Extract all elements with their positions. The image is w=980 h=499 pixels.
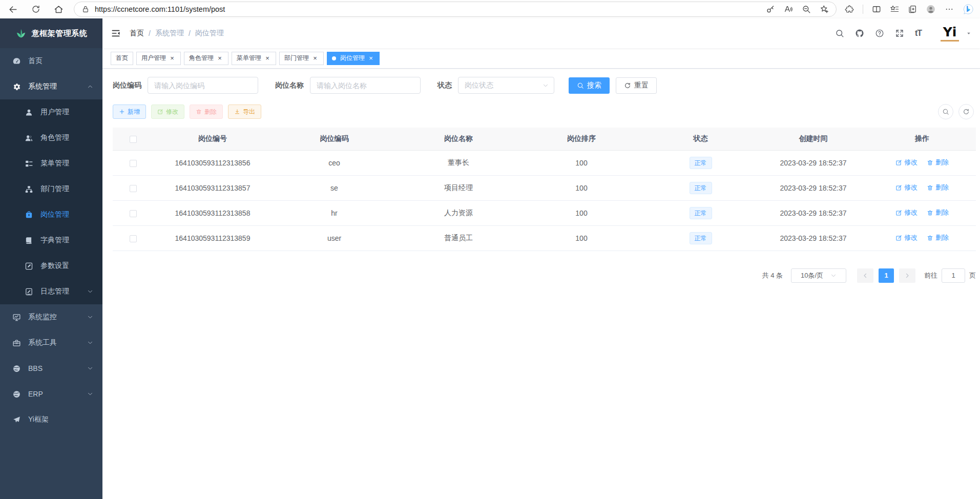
sidebar-item-system-tools[interactable]: 系统工具 bbox=[0, 330, 102, 356]
tab-label: 角色管理 bbox=[189, 54, 214, 63]
app-logo[interactable]: 意框架管理系统 bbox=[0, 18, 102, 48]
navbar-actions: tT Yi bbox=[835, 22, 972, 45]
font-size-icon[interactable]: tT bbox=[915, 29, 922, 38]
edit-link-label: 修改 bbox=[904, 208, 918, 217]
current-page-button[interactable]: 1 bbox=[879, 268, 894, 283]
page-size-value: 10条/页 bbox=[801, 271, 823, 280]
search-icon[interactable] bbox=[835, 29, 844, 38]
reset-button[interactable]: 重置 bbox=[616, 77, 657, 94]
status-field-group: 状态 岗位状态 bbox=[437, 77, 554, 94]
sidebar-item-user-manage[interactable]: 用户管理 bbox=[0, 99, 102, 125]
export-button[interactable]: 导出 bbox=[228, 105, 261, 119]
favorites-icon[interactable] bbox=[890, 5, 899, 14]
tab-dept-manage[interactable]: 部门管理 × bbox=[279, 52, 324, 65]
sidebar-item-system-monitor[interactable]: 系统监控 bbox=[0, 304, 102, 330]
add-button[interactable]: 新增 bbox=[113, 105, 146, 119]
sidebar-item-role-manage[interactable]: 角色管理 bbox=[0, 125, 102, 151]
sidebar-item-home[interactable]: 首页 bbox=[0, 48, 102, 74]
search-form: 岗位编码 岗位名称 状态 岗位状态 搜索 bbox=[113, 77, 976, 94]
row-checkbox[interactable] bbox=[130, 160, 137, 167]
close-icon[interactable]: × bbox=[264, 55, 271, 62]
refresh-table-button[interactable] bbox=[958, 104, 974, 119]
sidebar-item-bbs[interactable]: BBS bbox=[0, 356, 102, 381]
close-icon[interactable]: × bbox=[169, 55, 176, 62]
edit-button[interactable]: 修改 bbox=[151, 105, 184, 119]
tab-menu-manage[interactable]: 菜单管理 × bbox=[232, 52, 276, 65]
sidebar-item-dept-manage[interactable]: 部门管理 bbox=[0, 176, 102, 202]
next-page-button[interactable] bbox=[899, 268, 915, 283]
close-icon[interactable]: × bbox=[367, 55, 374, 62]
delete-row-button[interactable]: 删除 bbox=[927, 233, 949, 242]
delete-row-button[interactable]: 删除 bbox=[927, 158, 949, 167]
edit-row-button[interactable]: 修改 bbox=[895, 183, 918, 192]
close-icon[interactable]: × bbox=[311, 55, 319, 62]
tab-label: 部门管理 bbox=[284, 54, 309, 63]
chevron-down-icon bbox=[87, 391, 93, 397]
password-key-icon[interactable] bbox=[766, 5, 775, 14]
tab-role-manage[interactable]: 角色管理 × bbox=[184, 52, 228, 65]
collections-icon[interactable] bbox=[908, 5, 917, 14]
goto-page-input[interactable] bbox=[942, 268, 965, 283]
post-code-input[interactable] bbox=[148, 77, 258, 94]
sidebar-item-erp[interactable]: ERP bbox=[0, 381, 102, 407]
tab-user-manage[interactable]: 用户管理 × bbox=[136, 52, 181, 65]
edit-row-button[interactable]: 修改 bbox=[895, 208, 918, 217]
sidebar-item-menu-manage[interactable]: 菜单管理 bbox=[0, 151, 102, 176]
bing-icon[interactable] bbox=[963, 4, 974, 15]
profile-icon[interactable] bbox=[926, 4, 936, 14]
table-header-row: 岗位编号 岗位编码 岗位名称 岗位排序 状态 创建时间 操作 bbox=[113, 128, 976, 150]
sidebar-item-post-manage[interactable]: 岗位管理 bbox=[0, 202, 102, 227]
help-icon[interactable] bbox=[875, 29, 884, 38]
row-checkbox[interactable] bbox=[130, 235, 137, 242]
edit-button-label: 修改 bbox=[166, 108, 178, 116]
browser-refresh-button[interactable] bbox=[31, 5, 40, 14]
sidebar-item-log-manage[interactable]: 日志管理 bbox=[0, 279, 102, 304]
cell-post-name: 普通员工 bbox=[397, 225, 520, 251]
tab-post-manage[interactable]: 岗位管理 × bbox=[327, 52, 380, 65]
toggle-search-button[interactable] bbox=[938, 104, 953, 119]
user-avatar-menu[interactable]: Yi bbox=[939, 22, 972, 45]
tab-home[interactable]: 首页 bbox=[111, 52, 133, 65]
edit-row-button[interactable]: 修改 bbox=[895, 233, 918, 242]
close-icon[interactable]: × bbox=[216, 55, 223, 62]
address-bar[interactable]: https://ccnetcore.com:1101/system/post bbox=[74, 2, 837, 17]
delete-button[interactable]: 删除 bbox=[190, 105, 223, 119]
url-text[interactable]: https://ccnetcore.com:1101/system/post bbox=[95, 5, 761, 13]
browser-home-button[interactable] bbox=[54, 5, 64, 14]
status-select[interactable]: 岗位状态 bbox=[458, 77, 554, 94]
zoom-out-icon[interactable] bbox=[802, 5, 811, 14]
more-icon[interactable] bbox=[945, 5, 954, 14]
prev-page-button[interactable] bbox=[857, 268, 873, 283]
sidebar-item-param-setting[interactable]: 参数设置 bbox=[0, 253, 102, 279]
delete-row-button[interactable]: 删除 bbox=[927, 183, 949, 192]
chevron-down-icon bbox=[87, 288, 93, 295]
log-icon bbox=[25, 287, 33, 296]
page-size-select[interactable]: 10条/页 bbox=[791, 268, 846, 283]
extensions-icon[interactable] bbox=[845, 5, 854, 14]
select-all-checkbox[interactable] bbox=[130, 136, 137, 143]
add-favorite-icon[interactable] bbox=[820, 5, 829, 14]
sidebar-fold-icon[interactable] bbox=[111, 28, 121, 38]
post-name-input[interactable] bbox=[310, 77, 421, 94]
browser-action-buttons bbox=[845, 4, 974, 15]
fullscreen-icon[interactable] bbox=[895, 29, 904, 38]
lock-icon[interactable] bbox=[81, 5, 90, 13]
sidebar-item-yi-framework[interactable]: Yi框架 bbox=[0, 407, 102, 432]
post-code-field-group: 岗位编码 bbox=[113, 77, 258, 94]
delete-row-button[interactable]: 删除 bbox=[927, 208, 949, 217]
toolbar-divider bbox=[863, 5, 863, 14]
breadcrumb-home[interactable]: 首页 bbox=[130, 29, 144, 38]
search-button[interactable]: 搜索 bbox=[569, 77, 610, 94]
edit-row-button[interactable]: 修改 bbox=[895, 158, 918, 167]
trash-icon bbox=[927, 184, 933, 191]
split-screen-icon[interactable] bbox=[872, 5, 881, 14]
row-checkbox[interactable] bbox=[130, 185, 137, 192]
row-checkbox[interactable] bbox=[130, 210, 137, 217]
paper-plane-icon bbox=[12, 415, 21, 424]
sidebar-item-system-manage[interactable]: 系统管理 bbox=[0, 74, 102, 99]
sidebar-item-dict-manage[interactable]: 字典管理 bbox=[0, 227, 102, 253]
read-aloud-icon[interactable] bbox=[784, 5, 793, 14]
browser-back-button[interactable] bbox=[8, 5, 18, 14]
github-icon[interactable] bbox=[855, 29, 864, 38]
cell-post-sort: 100 bbox=[520, 175, 643, 200]
